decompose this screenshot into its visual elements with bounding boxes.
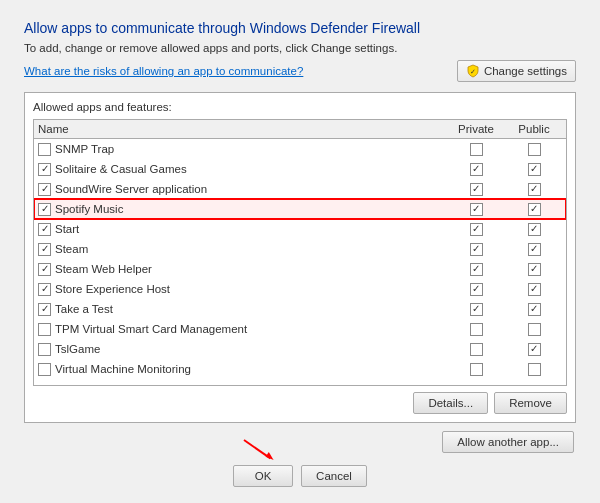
public-checkbox[interactable] [528,283,541,296]
ok-cancel-row: OK Cancel [24,465,576,487]
arrow-indicator [240,435,280,468]
col-name: Name [38,123,446,135]
app-checkbox[interactable] [38,143,51,156]
app-checkbox[interactable] [38,343,51,356]
app-name: SoundWire Server application [55,183,207,195]
private-checkbox[interactable] [470,263,483,276]
svg-text:✓: ✓ [470,68,476,75]
table-row[interactable]: Spotify Music [34,199,566,219]
table-row[interactable]: Take a Test [34,299,566,319]
app-name: Virtual Machine Monitoring [55,363,191,375]
app-checkbox[interactable] [38,303,51,316]
table-row[interactable]: TslGame [34,339,566,359]
private-checkbox[interactable] [470,163,483,176]
table-row[interactable]: Start [34,219,566,239]
table-body: SNMP TrapSolitaire & Casual GamesSoundWi… [34,139,566,385]
app-checkbox[interactable] [38,223,51,236]
public-checkbox[interactable] [528,343,541,356]
table-row[interactable]: SNMP Trap [34,139,566,159]
table-row[interactable]: Steam [34,239,566,259]
table-row[interactable]: Store Experience Host [34,279,566,299]
public-checkbox[interactable] [528,203,541,216]
app-checkbox[interactable] [38,363,51,376]
app-name: Steam [55,243,88,255]
page-title: Allow apps to communicate through Window… [24,20,576,36]
app-name: Solitaire & Casual Games [55,163,187,175]
allow-another-row: Allow another app... [24,431,576,453]
private-checkbox[interactable] [470,323,483,336]
app-name: Store Experience Host [55,283,170,295]
private-checkbox[interactable] [470,343,483,356]
table-row[interactable]: Solitaire & Casual Games [34,159,566,179]
app-name: Spotify Music [55,203,123,215]
public-checkbox[interactable] [528,363,541,376]
table-row[interactable]: TPM Virtual Smart Card Management [34,319,566,339]
private-checkbox[interactable] [470,223,483,236]
public-checkbox[interactable] [528,263,541,276]
app-checkbox[interactable] [38,183,51,196]
private-checkbox[interactable] [470,303,483,316]
table-row[interactable]: Virtual Machine Monitoring [34,359,566,379]
ok-button[interactable]: OK [233,465,293,487]
app-name: Steam Web Helper [55,263,152,275]
app-checkbox[interactable] [38,323,51,336]
panel-label: Allowed apps and features: [33,101,567,113]
app-checkbox[interactable] [38,203,51,216]
app-name: Start [55,223,79,235]
app-name: SNMP Trap [55,143,114,155]
private-checkbox[interactable] [470,203,483,216]
change-settings-button[interactable]: ✓ Change settings [457,60,576,82]
main-panel: Allowed apps and features: Name Private … [24,92,576,423]
private-checkbox[interactable] [470,143,483,156]
private-checkbox[interactable] [470,283,483,296]
app-checkbox[interactable] [38,263,51,276]
public-checkbox[interactable] [528,243,541,256]
private-checkbox[interactable] [470,363,483,376]
table-header: Name Private Public [34,120,566,139]
app-checkbox[interactable] [38,163,51,176]
app-checkbox[interactable] [38,283,51,296]
shield-icon: ✓ [466,64,480,78]
public-checkbox[interactable] [528,323,541,336]
app-name: TslGame [55,343,100,355]
bottom-buttons: Details... Remove [33,392,567,414]
public-checkbox[interactable] [528,303,541,316]
table-row[interactable]: SoundWire Server application [34,179,566,199]
risks-link[interactable]: What are the risks of allowing an app to… [24,65,303,77]
details-button[interactable]: Details... [413,392,488,414]
public-checkbox[interactable] [528,163,541,176]
col-private: Private [446,123,506,135]
public-checkbox[interactable] [528,183,541,196]
app-checkbox[interactable] [38,243,51,256]
private-checkbox[interactable] [470,243,483,256]
change-settings-label: Change settings [484,65,567,77]
app-name: Take a Test [55,303,113,315]
allow-another-button[interactable]: Allow another app... [442,431,574,453]
remove-button[interactable]: Remove [494,392,567,414]
private-checkbox[interactable] [470,183,483,196]
public-checkbox[interactable] [528,223,541,236]
apps-table: Name Private Public SNMP TrapSolitaire &… [33,119,567,386]
app-name: TPM Virtual Smart Card Management [55,323,247,335]
subtitle: To add, change or remove allowed apps an… [24,42,576,54]
cancel-button[interactable]: Cancel [301,465,367,487]
table-row[interactable]: Steam Web Helper [34,259,566,279]
public-checkbox[interactable] [528,143,541,156]
col-public: Public [506,123,562,135]
